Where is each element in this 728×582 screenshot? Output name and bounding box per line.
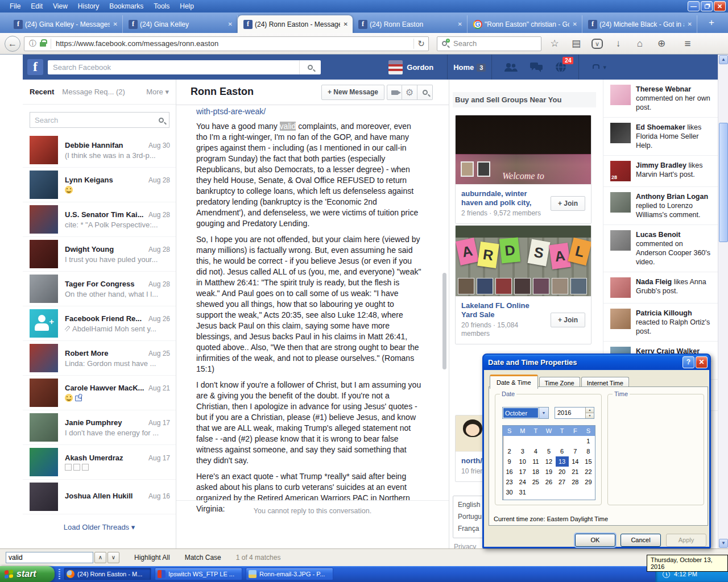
- restore-button[interactable]: [701, 1, 713, 11]
- calendar-day[interactable]: 11: [529, 456, 542, 467]
- menu-view[interactable]: View: [48, 1, 73, 11]
- tab-close-icon[interactable]: ✕: [686, 20, 693, 28]
- tab-recent[interactable]: Recent: [30, 88, 54, 96]
- thread-item-2[interactable]: Lynn KeigansAug 28: [23, 168, 176, 202]
- year-spinner[interactable]: 2016 ▲▼: [555, 407, 594, 419]
- dialog-titlebar[interactable]: Date and Time Properties ? ✕: [483, 355, 710, 370]
- group-title[interactable]: auburndale, winter haven and polk city, …: [461, 189, 546, 207]
- home-link[interactable]: Home3: [453, 63, 486, 72]
- find-previous-button[interactable]: ∧: [94, 552, 106, 563]
- calendar-day[interactable]: 1: [582, 436, 595, 446]
- tab-close-icon[interactable]: ✕: [227, 20, 234, 28]
- calendar-day[interactable]: 20: [556, 467, 569, 477]
- reading-list-icon[interactable]: ▤: [570, 38, 582, 49]
- thread-item-8[interactable]: Carole Hawver MacK...Aug 21: [23, 376, 176, 410]
- bookmark-star-icon[interactable]: ☆: [548, 38, 561, 49]
- message-link[interactable]: with-ptsd-are-weak/: [196, 107, 424, 116]
- home-icon[interactable]: ⌂: [634, 38, 646, 49]
- video-call-button[interactable]: [387, 85, 402, 100]
- month-dropdown-arrow-icon[interactable]: ▼: [539, 408, 548, 418]
- menu-help[interactable]: Help: [175, 1, 199, 11]
- ticker-item-2[interactable]: Ed Shoemaker likes Florida Home Seller H…: [603, 118, 718, 156]
- downloads-icon[interactable]: ↓: [612, 38, 624, 49]
- ticker-item-3[interactable]: 28Jimmy Bradley likes Marvin Hart's post…: [603, 156, 718, 187]
- calendar-day[interactable]: 30: [503, 487, 516, 497]
- calendar-day[interactable]: 19: [542, 467, 555, 477]
- taskbar-grip[interactable]: [59, 569, 60, 579]
- calendar-day[interactable]: 16: [503, 467, 516, 477]
- cancel-button[interactable]: Cancel: [621, 534, 661, 547]
- calendar-day[interactable]: 14: [569, 456, 582, 467]
- calendar-day[interactable]: 25: [529, 477, 542, 487]
- thread-item-4[interactable]: Dwight YoungAug 28I trust you have puled…: [23, 237, 176, 272]
- conversation-search-button[interactable]: [417, 85, 433, 100]
- year-spin-buttons[interactable]: ▲▼: [585, 408, 594, 418]
- calendar-day[interactable]: 3: [516, 446, 529, 456]
- https-lock-icon[interactable]: [40, 42, 46, 47]
- month-select[interactable]: October ▼: [502, 407, 549, 419]
- load-older-threads-link[interactable]: Load Older Threads ▾: [23, 523, 176, 531]
- find-input[interactable]: [6, 552, 93, 563]
- match-case-checkbox[interactable]: Match Case: [185, 554, 221, 562]
- calendar-day[interactable]: 31: [516, 487, 529, 497]
- facebook-search-field[interactable]: Search Facebook: [48, 60, 321, 74]
- ticker-item-4[interactable]: Anthony Brian Logan replied to Lorenzo W…: [603, 187, 718, 225]
- menu-history[interactable]: History: [73, 1, 104, 11]
- thread-item-11[interactable]: Joshua Allen HukillAug 16: [23, 480, 176, 514]
- facebook-logo[interactable]: f: [27, 59, 43, 75]
- browser-tab-5[interactable]: G"Ronn Easton" christian - Go...✕: [468, 15, 582, 33]
- calendar-day[interactable]: 6: [556, 446, 569, 456]
- browser-tab-4[interactable]: f(24) Ronn Easton✕: [353, 15, 468, 33]
- menu-bookmarks[interactable]: Bookmarks: [104, 1, 148, 11]
- dialog-close-button[interactable]: ✕: [696, 356, 708, 368]
- page-scrollbar[interactable]: ▲ ▼: [718, 55, 728, 548]
- thread-item-7[interactable]: Robert MoreAug 25Linda: Gordon must have…: [23, 341, 176, 376]
- browser-tab-6[interactable]: f(24) Michelle Black - Got in a...✕: [582, 15, 697, 33]
- calendar-day[interactable]: 9: [503, 456, 516, 467]
- calendar-day[interactable]: 18: [529, 467, 542, 477]
- dialog-help-button[interactable]: ?: [682, 356, 694, 368]
- conversation-settings-button[interactable]: ⚙: [402, 85, 417, 100]
- browser-tab-2[interactable]: f(24) Gina Kelley✕: [123, 15, 238, 33]
- menu-icon[interactable]: ≡: [678, 38, 697, 50]
- spin-down-icon[interactable]: ▼: [586, 413, 594, 418]
- find-next-button[interactable]: ∨: [107, 552, 119, 563]
- taskbar-task-2[interactable]: Ipswitch WS_FTP LE ...: [155, 568, 242, 580]
- messages-icon[interactable]: [530, 63, 543, 72]
- calendar-day[interactable]: 5: [542, 446, 555, 456]
- menu-edit[interactable]: Edit: [26, 1, 48, 11]
- menu-file[interactable]: File: [5, 1, 26, 11]
- calendar-day[interactable]: 28: [569, 477, 582, 487]
- calendar-day[interactable]: 7: [569, 446, 582, 456]
- browser-tab-3[interactable]: f(24) Ronn Easton - Messages✕: [238, 15, 353, 33]
- thread-item-6[interactable]: +Facebook Friend Re...Aug 26AbdelHamid M…: [23, 306, 176, 341]
- calendar[interactable]: SMTWTFS 12345678910111213141516171819202…: [502, 425, 595, 500]
- pocket-icon[interactable]: ∨: [592, 39, 603, 49]
- threads-search-field[interactable]: Search: [30, 112, 169, 128]
- close-window-button[interactable]: ✕: [714, 1, 726, 11]
- taskbar-task-3[interactable]: Ronn-email-3.JPG - P...: [246, 568, 333, 580]
- group-title[interactable]: Lakeland FL Online Yard Sale: [461, 301, 546, 319]
- scroll-down-arrow[interactable]: ▼: [719, 539, 728, 548]
- profile-link[interactable]: Gordon: [407, 63, 433, 72]
- ticker-item-5[interactable]: Lucas Benoit commented on Anderson Coope…: [603, 225, 718, 272]
- calendar-day[interactable]: 21: [569, 467, 582, 477]
- friend-requests-icon[interactable]: [504, 63, 518, 72]
- reload-button[interactable]: ↻: [413, 39, 428, 49]
- thread-item-9[interactable]: Janie PumphreyAug 17I don't have the ene…: [23, 410, 176, 445]
- calendar-day[interactable]: 8: [582, 446, 595, 456]
- new-message-button[interactable]: + New Message: [321, 85, 384, 100]
- calendar-day[interactable]: 10: [516, 456, 529, 467]
- join-button[interactable]: + Join: [551, 313, 585, 327]
- spin-up-icon[interactable]: ▲: [586, 408, 594, 413]
- globe-addon-icon[interactable]: ⊕: [655, 38, 668, 49]
- tab-date-time[interactable]: Date & Time: [490, 375, 538, 389]
- highlight-all-button[interactable]: Highlight All: [134, 554, 170, 562]
- browser-search-field[interactable]: + Search: [437, 36, 541, 51]
- tab-close-icon[interactable]: ✕: [342, 20, 349, 28]
- calendar-day[interactable]: 15: [582, 456, 595, 467]
- thread-item-10[interactable]: Akash UmerdrazAug 17: [23, 445, 176, 480]
- thread-item-1[interactable]: Debbie HannifanAug 30(I think she was in…: [23, 133, 176, 168]
- ticker-item-7[interactable]: Patricia Killough reacted to Ralph Ortiz…: [603, 304, 718, 342]
- tab-more[interactable]: More ▾: [146, 88, 169, 96]
